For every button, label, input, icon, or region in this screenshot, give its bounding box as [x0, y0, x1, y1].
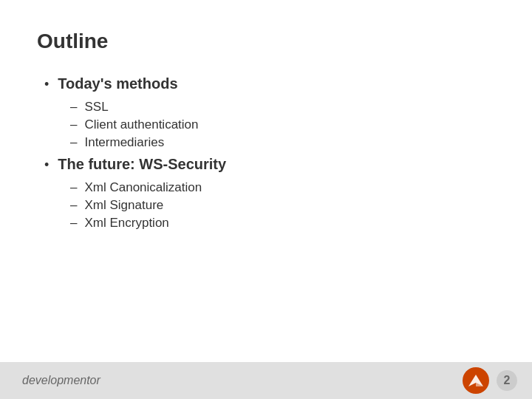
bullet-text-2: The future: WS-Security — [58, 156, 226, 173]
bullet-item-2: • The future: WS-Security — [44, 156, 495, 173]
sub-text-2-2: Xml Signature — [84, 198, 163, 213]
sub-text-1-1: SSL — [84, 100, 108, 115]
bullet-dot-2: • — [44, 157, 49, 173]
sub-dash-1-3: – — [70, 135, 77, 150]
bullet-item-1: • Today's methods — [44, 75, 495, 92]
sub-item-1-1: – SSL — [70, 100, 495, 115]
sub-text-2-3: Xml Encryption — [84, 216, 168, 231]
footer-logo — [463, 367, 489, 394]
bullet-text-1: Today's methods — [58, 75, 177, 92]
sub-items-2: – Xml Canonicalization – Xml Signature –… — [70, 180, 495, 231]
sub-dash-2-3: – — [70, 216, 77, 231]
sub-item-2-3: – Xml Encryption — [70, 216, 495, 231]
sub-item-1-2: – Client authentication — [70, 117, 495, 132]
sub-item-2-1: – Xml Canonicalization — [70, 180, 495, 195]
sub-item-2-2: – Xml Signature — [70, 198, 495, 213]
sub-text-1-3: Intermediaries — [84, 135, 164, 150]
page-number: 2 — [497, 370, 517, 391]
sub-text-2-1: Xml Canonicalization — [84, 180, 202, 195]
sub-dash-1-2: – — [70, 117, 77, 132]
slide-content: • Today's methods – SSL – Client authent… — [37, 75, 495, 231]
sub-dash-1-1: – — [70, 100, 77, 115]
sub-items-1: – SSL – Client authentication – Intermed… — [70, 100, 495, 150]
slide: Outline • Today's methods – SSL – Client… — [0, 0, 532, 399]
slide-footer: developmentor 2 — [0, 362, 532, 399]
sub-text-1-2: Client authentication — [84, 117, 198, 132]
slide-title: Outline — [37, 30, 495, 53]
bullet-dot-1: • — [44, 77, 49, 92]
ws-security-label: WS-Security — [139, 156, 226, 172]
sub-item-1-3: – Intermediaries — [70, 135, 495, 150]
sub-dash-2-1: – — [70, 180, 77, 195]
footer-right: 2 — [463, 367, 517, 394]
footer-brand: developmentor — [22, 374, 100, 387]
logo-icon — [466, 370, 486, 391]
sub-dash-2-2: – — [70, 198, 77, 213]
